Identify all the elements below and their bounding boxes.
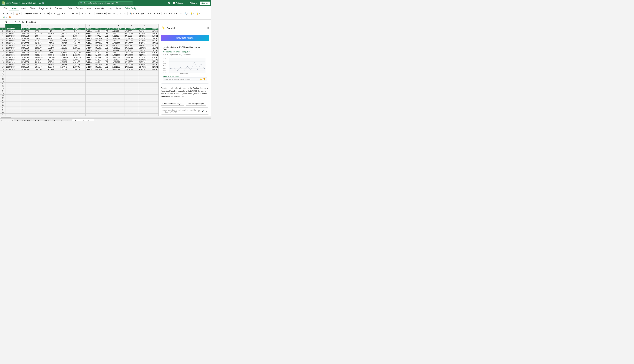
empty-cell-20-10[interactable] (125, 73, 138, 76)
col-header-g[interactable]: G (86, 24, 95, 28)
cell-B16[interactable]: 3/20/2024 (21, 64, 34, 66)
empty-cell-26-11[interactable] (138, 88, 151, 90)
cell-F5[interactable]: 809.76 (73, 37, 86, 40)
sheet-nav-last[interactable]: ▶| (10, 120, 14, 121)
cell-L16[interactable]: 2/14/2022 (138, 64, 151, 66)
empty-cell-21-2[interactable] (34, 76, 47, 78)
cell-F11[interactable]: 16,333.12 (73, 52, 86, 54)
empty-cell-36-10[interactable] (125, 111, 138, 114)
empty-cell-34-9[interactable] (112, 106, 125, 109)
empty-cell-25-8[interactable] (104, 85, 112, 88)
tab-review[interactable]: Review (74, 6, 85, 11)
empty-cell-35-5[interactable] (73, 109, 86, 111)
cell-A5[interactable]: 10/20/2023 (6, 37, 21, 40)
cell-B8[interactable]: 3/20/2024 (21, 44, 34, 47)
cell-b1[interactable]: PeriodEnd (21, 28, 34, 30)
cell-A6[interactable]: 10/20/2023 (6, 40, 21, 42)
cell-E3[interactable]: 2,121.70 (60, 32, 73, 35)
fill-button[interactable]: ⬇ ▾ (168, 12, 172, 15)
cell-k1[interactable]: DocumentDate (125, 28, 138, 30)
empty-cell-25-7[interactable] (95, 85, 104, 88)
number-format-select[interactable]: General (94, 12, 106, 15)
empty-cell-31-1[interactable] (21, 99, 34, 102)
add-all-insights-button[interactable]: Add all insights to grid (186, 102, 206, 106)
empty-cell-22-1[interactable] (21, 78, 34, 80)
cell-H5[interactable]: MEDIUM (95, 37, 104, 40)
share-button[interactable]: Share ▾ (200, 2, 210, 5)
empty-cell-23-3[interactable] (47, 80, 60, 82)
empty-cell-23-1[interactable] (21, 80, 34, 82)
empty-cell-33-4[interactable] (60, 104, 73, 106)
empty-cell-32-3[interactable] (47, 102, 60, 104)
cell-K14[interactable]: 4/1/2022 (125, 59, 138, 61)
cell-B4[interactable]: 3/20/2024 (21, 35, 34, 37)
empty-cell-30-2[interactable] (34, 97, 47, 99)
cell-M11[interactable]: 2/28/2022 (151, 52, 158, 54)
cell-G3[interactable]: SALES (86, 32, 95, 35)
empty-cell-37-4[interactable] (60, 114, 73, 116)
cell-B5[interactable]: 3/20/2024 (21, 37, 34, 40)
empty-cell-22-8[interactable] (104, 78, 112, 80)
cell-F14[interactable]: 2,039.85 (73, 59, 86, 61)
empty-cell-33-5[interactable] (73, 104, 86, 106)
borders-button[interactable]: ⊞ ▾ (61, 12, 66, 15)
cell-L8[interactable]: 5/5/2022 (138, 44, 151, 47)
empty-cell-37-6[interactable] (86, 114, 95, 116)
cell-G6[interactable]: SALES (86, 40, 95, 42)
empty-cell-34-6[interactable] (86, 106, 95, 109)
cell-D7[interactable]: 1,012.20 (47, 42, 60, 44)
cell-J9[interactable]: 5/19/2022 (112, 47, 125, 49)
empty-cell-28-1[interactable] (21, 92, 34, 94)
cell-J7[interactable]: 3/29/2022 (112, 42, 125, 44)
tab-help[interactable]: Help (106, 6, 114, 11)
empty-cell-20-12[interactable] (151, 73, 158, 76)
cell-C11[interactable]: 16,333.12 (34, 52, 47, 54)
empty-cell-34-3[interactable] (47, 106, 60, 109)
col-header-j[interactable]: J (112, 24, 125, 28)
empty-cell-29-9[interactable] (112, 94, 125, 97)
empty-cell-25-0[interactable] (6, 85, 21, 88)
cell-C10[interactable]: 1,223.33 (34, 49, 47, 52)
cell-E4[interactable]: 1.06 (60, 35, 73, 37)
cell-M9[interactable]: 5/19/2022 (151, 47, 158, 49)
cell-E9[interactable]: 1,281.00 (60, 47, 73, 49)
col-header-c[interactable]: C (34, 24, 47, 28)
cell-I16[interactable]: USD (104, 64, 112, 66)
empty-cell-20-3[interactable] (47, 73, 60, 76)
empty-cell-30-0[interactable] (6, 97, 21, 99)
percent-button[interactable]: % (112, 12, 116, 15)
cell-D13[interactable]: 19,944.69 (47, 56, 60, 59)
empty-cell-35-10[interactable] (125, 109, 138, 111)
empty-cell-26-7[interactable] (95, 88, 104, 90)
table-insert-icon[interactable]: ⊞ (198, 110, 200, 112)
horizontal-scrollbar[interactable] (0, 116, 211, 118)
empty-cell-21-1[interactable] (21, 76, 34, 78)
empty-cell-33-10[interactable] (125, 104, 138, 106)
cell-F7[interactable]: 1,012.20 (73, 42, 86, 44)
empty-cell-37-8[interactable] (104, 114, 112, 116)
cell-G18[interactable]: SALES (86, 68, 95, 71)
empty-cell-19-8[interactable] (104, 71, 112, 73)
empty-cell-24-8[interactable] (104, 82, 112, 85)
cell-I14[interactable]: USD (104, 59, 112, 61)
cell-J15[interactable]: 2/25/2022 (112, 61, 125, 64)
cell-C6[interactable]: 1,214.64 (34, 40, 47, 42)
cell-B10[interactable]: 3/20/2024 (21, 49, 34, 52)
empty-cell-21-9[interactable] (112, 76, 125, 78)
empty-cell-36-12[interactable] (151, 111, 158, 114)
cell-L12[interactable]: 2/28/2022 (138, 54, 151, 56)
empty-cell-24-0[interactable] (6, 82, 21, 85)
cell-D11[interactable]: 16,333.12 (47, 52, 60, 54)
empty-cell-31-12[interactable] (151, 99, 158, 102)
font-color-button[interactable]: A ▾ (71, 12, 75, 15)
empty-cell-25-4[interactable] (60, 85, 73, 88)
cell-J14[interactable]: 4/1/2022 (112, 59, 125, 61)
cell-G17[interactable]: SALES (86, 66, 95, 68)
empty-cell-36-7[interactable] (95, 111, 104, 114)
cell-m1[interactable]: Reportin... (151, 28, 158, 30)
empty-cell-27-12[interactable] (151, 90, 158, 92)
cell-F3[interactable]: 2,121.70 (73, 32, 86, 35)
cell-I9[interactable]: USD (104, 47, 112, 49)
cell-C17[interactable]: 2,877.48 (34, 66, 47, 68)
cell-E7[interactable]: 1,012.20 (60, 42, 73, 44)
